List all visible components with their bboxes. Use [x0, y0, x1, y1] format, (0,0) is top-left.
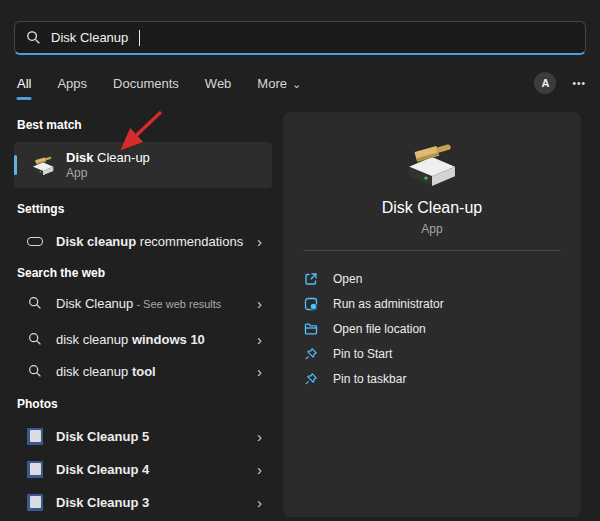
chevron-right-icon: ›: [257, 429, 262, 444]
result-text: disk cleanup windows 10: [56, 332, 205, 347]
chevron-right-icon: ›: [257, 332, 262, 347]
open-external-icon: [303, 271, 318, 286]
folder-icon: [303, 321, 318, 336]
photo-thumbnail-icon: [27, 494, 43, 510]
search-icon: [26, 30, 41, 45]
best-match-result-disk-cleanup[interactable]: Disk Clean-up App: [14, 142, 272, 188]
chevron-right-icon: ›: [257, 462, 262, 477]
actions-list: Open Run as administrator Open file loca…: [283, 266, 581, 391]
search-query-text: Disk Cleanup: [51, 30, 128, 45]
search-icon: [27, 363, 43, 379]
result-title: Disk Clean-up: [66, 150, 150, 166]
preview-title: Disk Clean-up: [283, 199, 581, 217]
photo-result-disk-cleanup-5[interactable]: Disk Cleanup 5 ›: [14, 421, 272, 451]
disk-cleanup-app-icon: [30, 152, 56, 178]
text-caret: [139, 30, 140, 46]
selection-accent-bar: [14, 155, 17, 175]
admin-badge-icon: [303, 296, 318, 311]
chevron-right-icon: ›: [257, 296, 262, 311]
user-avatar[interactable]: A: [534, 72, 556, 94]
action-pin-to-taskbar[interactable]: Pin to taskbar: [283, 366, 581, 391]
pin-icon: [303, 371, 318, 386]
search-icon: [27, 295, 43, 311]
action-run-as-administrator[interactable]: Run as administrator: [283, 291, 581, 316]
result-text: Disk Cleanup 3: [56, 495, 149, 510]
section-header-settings: Settings: [17, 202, 64, 216]
chevron-right-icon: ›: [257, 495, 262, 510]
photo-result-disk-cleanup-4[interactable]: Disk Cleanup 4 ›: [14, 454, 272, 484]
chevron-right-icon: ›: [257, 364, 262, 379]
photo-result-disk-cleanup-3[interactable]: Disk Cleanup 3 ›: [14, 487, 272, 517]
preview-subtitle: App: [283, 222, 581, 236]
photo-thumbnail-icon: [27, 461, 43, 477]
tab-web[interactable]: Web: [204, 74, 233, 93]
result-subtitle: App: [66, 166, 150, 181]
web-result-disk-cleanup-windows-10[interactable]: disk cleanup windows 10 ›: [14, 324, 272, 354]
result-text: Disk Cleanup - See web results: [56, 296, 221, 311]
section-header-best-match: Best match: [17, 118, 82, 132]
settings-result-disk-cleanup-recommendations[interactable]: Disk cleanup recommendations ›: [14, 226, 272, 256]
disk-cleanup-app-icon-large: [403, 134, 461, 192]
search-icon: [27, 331, 43, 347]
result-text: Disk cleanup recommendations: [56, 234, 243, 249]
web-result-see-web-results[interactable]: Disk Cleanup - See web results ›: [14, 288, 272, 318]
result-text: Disk Cleanup 5: [56, 429, 149, 444]
web-result-disk-cleanup-tool[interactable]: disk cleanup tool ›: [14, 356, 272, 386]
tab-documents[interactable]: Documents: [112, 74, 180, 93]
result-text: Disk Cleanup 4: [56, 462, 149, 477]
tab-all[interactable]: All: [16, 74, 32, 93]
tab-apps[interactable]: Apps: [56, 74, 88, 93]
action-pin-to-start[interactable]: Pin to Start: [283, 341, 581, 366]
tab-more[interactable]: More⌄: [256, 74, 302, 93]
chevron-down-icon: ⌄: [292, 78, 301, 90]
section-header-search-the-web: Search the web: [17, 266, 105, 280]
action-open[interactable]: Open: [283, 266, 581, 291]
result-text: disk cleanup tool: [56, 364, 156, 379]
pin-icon: [303, 346, 318, 361]
action-open-file-location[interactable]: Open file location: [283, 316, 581, 341]
search-filter-tabs: All Apps Documents Web More⌄ A •••: [16, 70, 586, 96]
search-input[interactable]: Disk Cleanup: [14, 21, 586, 55]
preview-panel: Disk Clean-up App Open Run as administra…: [283, 112, 581, 517]
options-menu-icon[interactable]: •••: [572, 78, 586, 89]
section-header-photos: Photos: [17, 397, 58, 411]
divider: [303, 250, 561, 251]
active-tab-underline: [17, 97, 32, 100]
photo-thumbnail-icon: [27, 428, 43, 444]
chevron-right-icon: ›: [257, 234, 262, 249]
storage-icon: [27, 233, 43, 249]
